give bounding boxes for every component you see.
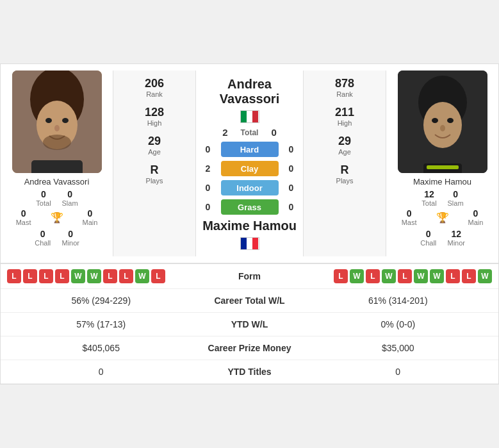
right-chall-stat: 0 Chall [420, 229, 438, 247]
surface-grass-row: 0 Grass 0 [202, 199, 298, 215]
stat-left-val-2: $405,065 [10, 343, 192, 353]
flag-stripe-3 [252, 111, 258, 122]
form-badge-w: W [430, 269, 444, 283]
flag-stripe-2 [247, 238, 252, 249]
total-label: Total [241, 128, 259, 137]
form-badge-w: W [382, 269, 396, 283]
main-container: Andrea Vavassori 0 Total 0 Slam 0 Mast 🏆 [0, 63, 499, 385]
right-plays-row: R Plays [336, 163, 354, 185]
indoor-badge: Indoor [221, 180, 279, 195]
surface-clay-row: 2 Clay 0 [202, 161, 298, 176]
left-minor-stat: 0 Minor [62, 229, 80, 247]
form-badge-l: L [23, 269, 37, 283]
flag-stripe-1 [241, 238, 247, 249]
stat-center-label-2: Career Prize Money [192, 343, 307, 353]
left-total-stat: 0 Total [35, 189, 51, 207]
right-rank-row: 878 Rank [335, 77, 354, 98]
form-badge-w: W [87, 269, 101, 283]
form-badge-l: L [462, 269, 476, 283]
stat-right-val-2: $35,000 [307, 343, 489, 353]
left-chall-grid: 0 Chall 0 Minor [34, 229, 79, 247]
svg-point-6 [43, 135, 71, 150]
stat-compare-row-0: 56% (294-229) Career Total W/L 61% (314-… [1, 289, 498, 313]
indoor-left: 0 [202, 183, 215, 193]
right-minor-stat: 12 Minor [448, 229, 466, 247]
form-badge-l: L [151, 269, 165, 283]
clay-right: 0 [285, 163, 298, 174]
svg-point-13 [440, 125, 445, 131]
svg-point-4 [62, 118, 69, 123]
left-chall-stat: 0 Chall [34, 229, 52, 247]
left-stats-block: 206 Rank 128 High 29 Age R Plays [113, 71, 196, 256]
right-trophy-row: 0 Mast 🏆 0 Main [402, 208, 484, 226]
right-stats-grid: 12 Total 0 Slam [421, 189, 463, 207]
form-badge-l: L [103, 269, 117, 283]
hard-left: 0 [202, 144, 215, 154]
center-right-name: Maxime Hamou [202, 219, 297, 233]
form-badge-w: W [478, 269, 492, 283]
stat-center-label-1: YTD W/L [192, 319, 307, 329]
right-mast-stat: 0 Mast [402, 208, 417, 226]
right-chall-grid: 0 Chall 12 Minor [420, 229, 465, 247]
indoor-right: 0 [285, 183, 298, 193]
hard-right: 0 [285, 144, 298, 154]
stat-compare-row-3: 0 YTD Titles 0 [1, 360, 498, 384]
left-trophy-row: 0 Mast 🏆 0 Main [16, 208, 98, 226]
total-right-score: 0 [271, 127, 276, 138]
stat-left-val-3: 0 [10, 367, 192, 377]
left-player-name: Andrea Vavassori [24, 177, 90, 187]
left-player-card: Andrea Vavassori 0 Total 0 Slam 0 Mast 🏆 [1, 71, 113, 256]
center-section: Andrea Vavassori 2 Total 0 0 Hard 0 [196, 71, 303, 256]
svg-point-5 [54, 125, 60, 131]
svg-rect-15 [427, 165, 459, 169]
flag-stripe-3 [252, 238, 258, 249]
flag-stripe-2 [247, 111, 252, 122]
left-flag [240, 110, 259, 123]
form-badge-w: W [414, 269, 428, 283]
surface-rows: 0 Hard 0 2 Clay 0 0 Indoor 0 [199, 142, 300, 215]
clay-left: 2 [202, 163, 215, 174]
stat-compare-row-1: 57% (17-13) YTD W/L 0% (0-0) [1, 313, 498, 336]
left-trophy-icon: 🏆 [51, 212, 63, 224]
stat-rows: 56% (294-229) Career Total W/L 61% (314-… [1, 289, 498, 384]
left-stats-grid: 0 Total 0 Slam [35, 189, 78, 207]
form-label: Form [199, 271, 301, 281]
svg-rect-7 [31, 160, 83, 173]
right-player-card: Maxime Hamou 12 Total 0 Slam 0 Mast 🏆 [386, 71, 498, 256]
bottom-section: LLLLWWLLWL Form LWLWLWWLLW 56% (294-229)… [1, 263, 498, 384]
form-badge-w: W [71, 269, 85, 283]
right-total-stat: 12 Total [421, 189, 437, 207]
left-rank-row: 206 Rank [145, 77, 164, 98]
right-slam-stat: 0 Slam [448, 189, 464, 207]
left-slam-stat: 0 Slam [62, 189, 78, 207]
right-player-photo [398, 71, 487, 173]
stat-right-val-0: 61% (314-201) [307, 295, 489, 306]
right-age-row: 29 Age [338, 135, 351, 156]
top-section: Andrea Vavassori 0 Total 0 Slam 0 Mast 🏆 [1, 64, 498, 263]
left-mast-stat: 0 Mast [16, 208, 31, 226]
clay-badge: Clay [221, 161, 279, 176]
right-flag [240, 237, 259, 250]
stat-compare-row-2: $405,065 Career Prize Money $35,000 [1, 336, 498, 360]
stat-left-val-1: 57% (17-13) [10, 319, 192, 329]
right-stats-block: 878 Rank 211 High 29 Age R Plays [303, 71, 386, 256]
right-trophy-icon: 🏆 [436, 212, 449, 224]
form-badge-l: L [366, 269, 380, 283]
flag-stripe-1 [241, 111, 247, 122]
total-left-score: 2 [222, 127, 227, 138]
hard-badge: Hard [221, 142, 279, 157]
form-badge-w: W [350, 269, 364, 283]
right-form-badges: LWLWLWWLLW [301, 269, 493, 283]
right-player-name: Maxime Hamou [413, 177, 471, 187]
left-form-badges: LLLLWWLLWL [7, 269, 199, 283]
grass-right: 0 [285, 202, 298, 212]
form-badge-l: L [39, 269, 53, 283]
center-left-name: Andrea Vavassori [199, 77, 300, 106]
left-main-stat: 0 Main [83, 208, 98, 226]
svg-point-11 [432, 118, 438, 123]
right-main-stat: 0 Main [468, 208, 484, 226]
form-badge-l: L [55, 269, 69, 283]
left-age-row: 29 Age [148, 135, 161, 156]
stat-center-label-3: YTD Titles [192, 367, 307, 377]
surface-hard-row: 0 Hard 0 [202, 142, 298, 157]
